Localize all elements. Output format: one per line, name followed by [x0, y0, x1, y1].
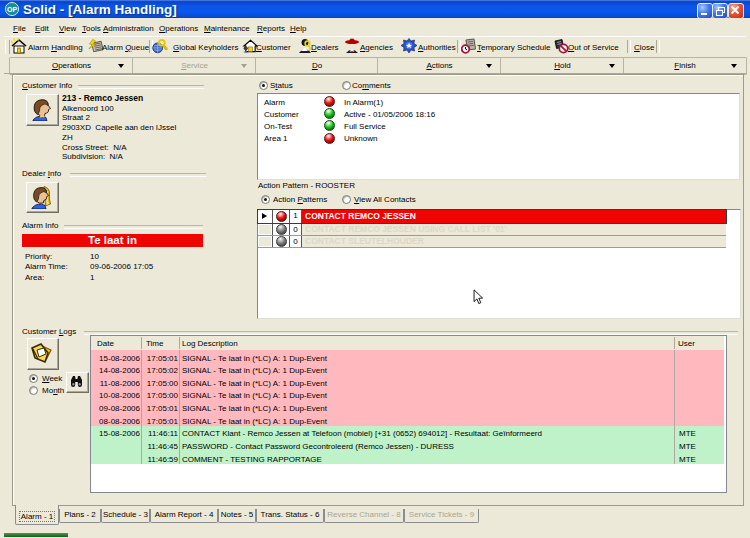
svg-text:OP: OP — [7, 6, 17, 13]
